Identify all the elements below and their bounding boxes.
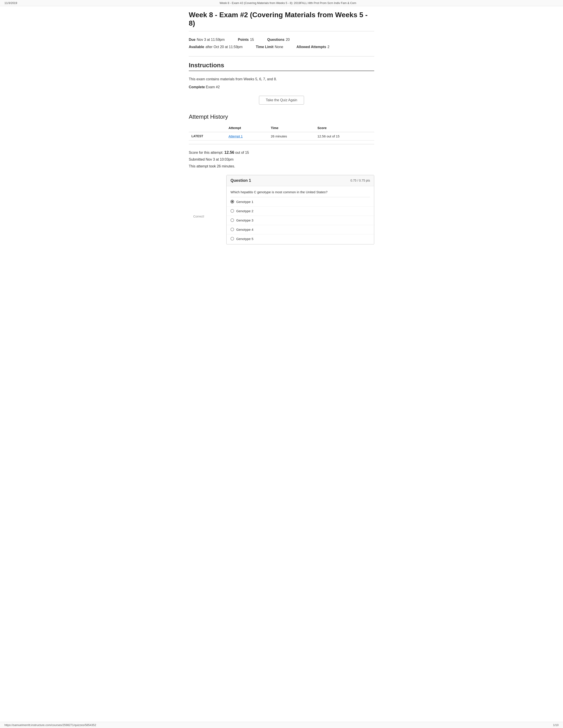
answer-text-5: Genotype 5 bbox=[236, 237, 253, 241]
duration-line: This attempt took 26 minutes. bbox=[189, 163, 374, 170]
question1-card: Question 1 0.75 / 0.75 pts Which hepatit… bbox=[226, 175, 374, 244]
instructions-body: This exam contains materials from Weeks … bbox=[189, 76, 374, 82]
time-limit-value: None bbox=[274, 44, 283, 50]
browser-date: 11/3/2019 bbox=[4, 1, 17, 5]
score-suffix: out of 15 bbox=[235, 151, 249, 154]
allowed-attempts-label: Allowed Attempts bbox=[297, 44, 326, 50]
question1-title: Question 1 bbox=[230, 178, 251, 183]
radio-inner-1 bbox=[231, 201, 233, 203]
score-bold-value: 12.56 bbox=[224, 150, 234, 155]
answers-container: Genotype 1Genotype 2Genotype 3Genotype 4… bbox=[226, 197, 374, 244]
radio-5 bbox=[230, 237, 234, 240]
questions-value: 20 bbox=[286, 37, 290, 43]
due-label: Due bbox=[189, 37, 195, 43]
points-label: Points bbox=[238, 37, 249, 43]
score-line: Score for this attempt: 12.56 out of 15 bbox=[189, 149, 374, 156]
attempt-link-cell: Attempt 1 bbox=[226, 132, 268, 140]
meta-info: Due Nov 3 at 11:59pm Points 15 Questions… bbox=[189, 34, 374, 54]
available-item: Available after Oct 20 at 11:59pm bbox=[189, 44, 242, 50]
questions-item: Questions 20 bbox=[267, 37, 290, 43]
question1-header: Question 1 0.75 / 0.75 pts bbox=[226, 175, 374, 186]
attempt-divider bbox=[189, 144, 374, 144]
title-divider bbox=[189, 31, 374, 31]
attempt-score: 12.56 out of 15 bbox=[315, 132, 374, 140]
complete-text: Exam #2 bbox=[206, 85, 220, 89]
answer-option-1: Genotype 1 bbox=[226, 197, 374, 206]
main-content: Week 8 - Exam #2 (Covering Materials fro… bbox=[182, 6, 381, 267]
radio-3 bbox=[230, 218, 234, 222]
allowed-attempts-value: 2 bbox=[328, 44, 330, 50]
score-prefix: Score for this attempt: bbox=[189, 151, 223, 154]
take-quiz-button[interactable]: Take the Quiz Again bbox=[259, 96, 304, 105]
instructions-title: Instructions bbox=[189, 62, 374, 69]
answer-option-3: Genotype 3 bbox=[226, 216, 374, 225]
answer-option-2: Genotype 2 bbox=[226, 206, 374, 216]
table-row: LATEST Attempt 1 26 minutes 12.56 out of… bbox=[189, 132, 374, 140]
radio-1 bbox=[230, 200, 234, 203]
answer-text-2: Genotype 2 bbox=[236, 209, 253, 213]
attempt-time: 26 minutes bbox=[268, 132, 315, 140]
col-header-score: Score bbox=[315, 124, 374, 132]
answer-text-4: Genotype 4 bbox=[236, 228, 253, 231]
questions-label: Questions bbox=[267, 37, 285, 43]
submitted-line: Submitted Nov 3 at 10:03pm bbox=[189, 156, 374, 163]
question1-wrapper: Correct! Question 1 0.75 / 0.75 pts Whic… bbox=[189, 175, 374, 249]
available-label: Available bbox=[189, 44, 204, 50]
points-item: Points 15 bbox=[238, 37, 254, 43]
col-header-time: Time bbox=[268, 124, 315, 132]
attempt-table: Attempt Time Score LATEST Attempt 1 26 m… bbox=[189, 124, 374, 141]
points-value: 15 bbox=[250, 37, 254, 43]
instructions-section: Instructions This exam contains material… bbox=[189, 62, 374, 89]
time-limit-item: Time Limit None bbox=[256, 44, 283, 50]
time-limit-label: Time Limit bbox=[256, 44, 273, 50]
radio-4 bbox=[230, 228, 234, 231]
correct-label-text: Correct! bbox=[193, 215, 204, 218]
instructions-complete: Complete Exam #2 bbox=[189, 85, 374, 89]
meta-row-2: Available after Oct 20 at 11:59pm Time L… bbox=[189, 44, 374, 50]
available-value: after Oct 20 at 11:59pm bbox=[205, 44, 242, 50]
answer-option-4: Genotype 4 bbox=[226, 225, 374, 234]
answer-text-1: Genotype 1 bbox=[236, 200, 253, 204]
instructions-divider bbox=[189, 71, 374, 71]
correct-side-label: Correct! bbox=[189, 175, 206, 218]
table-header-row: Attempt Time Score bbox=[189, 124, 374, 132]
attempt-link[interactable]: Attempt 1 bbox=[228, 134, 242, 138]
question1-text: Which hepatitis C genotype is most commo… bbox=[230, 190, 370, 194]
radio-2 bbox=[230, 209, 234, 213]
attempt-history-section: Attempt History Attempt Time Score LATES… bbox=[189, 113, 374, 141]
question1-pts: 0.75 / 0.75 pts bbox=[351, 179, 370, 182]
quiz-btn-container: Take the Quiz Again bbox=[189, 96, 374, 105]
due-value: Nov 3 at 11:59pm bbox=[197, 37, 224, 43]
due-item: Due Nov 3 at 11:59pm bbox=[189, 37, 225, 43]
col-header-attempt: Attempt bbox=[226, 124, 268, 132]
page-title: Week 8 - Exam #2 (Covering Materials fro… bbox=[189, 11, 374, 28]
browser-bar: 11/3/2019 Week 8 - Exam #2 (Covering Mat… bbox=[0, 0, 563, 6]
meta-row-1: Due Nov 3 at 11:59pm Points 15 Questions… bbox=[189, 37, 374, 43]
question1-body: Which hepatitis C genotype is most commo… bbox=[226, 186, 374, 197]
attempt-history-title: Attempt History bbox=[189, 113, 374, 120]
browser-tab-title: Week 8 - Exam #2 (Covering Materials fro… bbox=[17, 1, 559, 5]
col-header-label bbox=[189, 124, 226, 132]
answer-option-5: Genotype 5 bbox=[226, 234, 374, 244]
answer-text-3: Genotype 3 bbox=[236, 218, 253, 222]
allowed-attempts-item: Allowed Attempts 2 bbox=[297, 44, 330, 50]
complete-prefix: Complete bbox=[189, 85, 205, 89]
score-summary: Score for this attempt: 12.56 out of 15 … bbox=[189, 149, 374, 170]
latest-label: LATEST bbox=[189, 132, 226, 140]
